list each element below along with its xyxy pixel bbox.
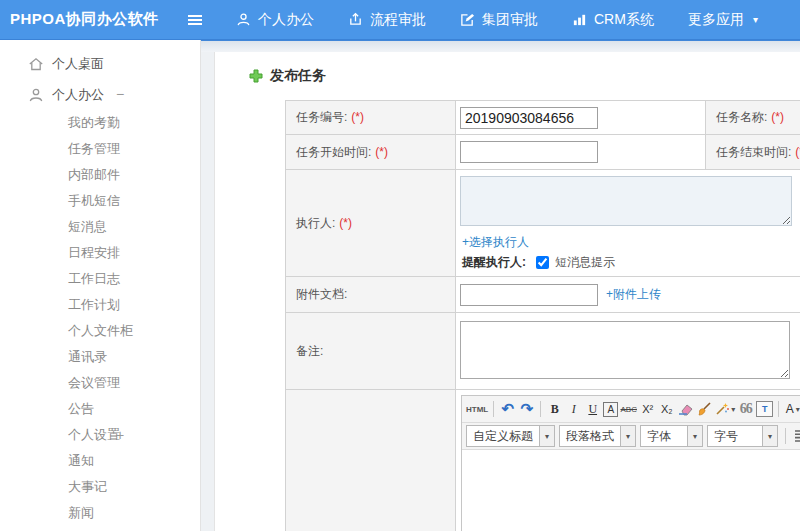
editor-content-area[interactable] [462,450,800,531]
format-brush-button[interactable] [696,399,713,419]
font-family-select[interactable]: 字体 ▾ [640,425,703,447]
task-no-label: 任务编号:(*) [286,101,456,135]
nav-personal-office[interactable]: 个人办公 [236,11,314,29]
sidebar-item-label: 会议管理 [68,375,120,390]
italic-button[interactable]: I [565,399,582,419]
start-time-input[interactable] [460,141,598,163]
sidebar-item-label: 任务管理 [68,141,120,156]
sidebar-item-internal-mail[interactable]: 内部邮件 [0,162,200,188]
sidebar-item-short-message[interactable]: 短消息 [0,214,200,240]
sidebar-item-my-attendance[interactable]: 我的考勤 [0,110,200,136]
nav-crm-system[interactable]: CRM系统 [572,11,654,29]
sidebar-item-label: 个人文件柜 [68,323,133,338]
nav-label: 集团审批 [482,11,538,29]
chevron-down-icon: ▾ [731,405,735,414]
main-area: 发布任务 任务编号:(*) 任务名称:(*) [201,40,800,531]
eraser-button[interactable] [677,399,694,419]
paragraph-format-select[interactable]: 段落格式 ▾ [559,425,636,447]
description-label: 任务描述:(*) [286,390,456,531]
publish-task-form: 任务编号:(*) 任务名称:(*) 任务开始时间:(*) [285,100,800,531]
sidebar-item-label: 新闻 [68,505,94,520]
rich-text-editor: HTML ↶ ↷ B I U A ABC [461,395,800,531]
editor-toolbar-row1: HTML ↶ ↷ B I U A ABC [462,396,800,423]
required-mark: (*) [771,110,784,124]
nav-more-apps[interactable]: 更多应用 ▾ [688,11,758,29]
remind-label: 提醒执行人: [462,254,526,271]
sidebar-item-work-log[interactable]: 工作日志 [0,266,200,292]
sms-remind-checkbox[interactable] [536,256,549,269]
required-mark: (*) [375,145,388,159]
html-source-button[interactable]: HTML [466,399,488,419]
custom-heading-select[interactable]: 自定义标题 ▾ [466,425,555,447]
sidebar-item-schedule[interactable]: 日程安排 [0,240,200,266]
sidebar-item-news[interactable]: 新闻 [0,500,200,526]
page-title: 发布任务 [215,52,800,85]
task-name-label: 任务名称:(*) [706,101,800,135]
sidebar-item-notice[interactable]: 通知 [0,448,200,474]
toolbar-separator [540,401,541,417]
sidebar-item-label: 工作计划 [68,297,120,312]
nav-label: 更多应用 [688,11,744,29]
underline-button[interactable]: U [584,399,601,419]
sidebar-item-announcement[interactable]: 公告 [0,396,200,422]
chevron-down-icon: ▾ [620,426,635,446]
font-style-button[interactable]: A [603,402,618,417]
sidebar-item-memorabilia[interactable]: 大事记 [0,474,200,500]
nav-label: 个人办公 [258,11,314,29]
sidebar-group-personal-office[interactable]: 个人办公 − [0,79,200,110]
superscript-button[interactable]: X² [639,399,656,419]
sms-remind-option: 短消息提示 [555,254,615,271]
sidebar-item-label: 内部邮件 [68,167,120,182]
bar-chart-icon [572,12,587,27]
hamburger-icon [188,19,202,21]
end-time-label: 任务结束时间:(*) [706,135,800,170]
select-value: 自定义标题 [467,426,539,446]
user-icon [236,12,251,27]
sidebar-item-meeting-management[interactable]: 会议管理 [0,370,200,396]
sidebar: 个人桌面 个人办公 − 我的考勤 任务管理 内部邮件 手机短信 短消息 日程安排… [0,40,201,531]
chevron-down-icon: ▾ [762,426,777,446]
font-color-button[interactable]: A ▾ [784,399,800,419]
sidebar-item-label: 短消息 [68,219,107,234]
remark-textarea[interactable] [460,321,790,379]
required-mark: (*) [795,145,800,159]
collapse-icon[interactable]: − [116,79,124,110]
attachment-upload-link[interactable]: +附件上传 [606,286,661,303]
strikethrough-button[interactable]: ABC [620,399,637,419]
sidebar-item-desktop[interactable]: 个人桌面 [0,48,200,79]
quick-format-button[interactable]: ▾ [715,399,735,419]
subscript-button[interactable]: X₂ [658,399,675,419]
sidebar-item-sms[interactable]: 手机短信 [0,188,200,214]
nav-label: CRM系统 [594,11,654,29]
select-value: 字号 [708,426,762,446]
select-executor-link[interactable]: +选择执行人 [462,234,800,251]
nav-group-approval[interactable]: 集团审批 [460,11,538,29]
chevron-down-icon: ▾ [539,426,554,446]
expand-icon[interactable]: + [116,422,124,448]
executor-textarea[interactable] [460,176,792,226]
sidebar-item-task-management[interactable]: 任务管理 [0,136,200,162]
select-value: 字体 [641,426,687,446]
sidebar-item-label: 公告 [68,401,94,416]
task-no-input[interactable] [460,107,598,129]
required-mark: (*) [351,110,364,124]
app-window: PHPOA协同办公软件 个人办公 流程审批 集团审批 CRM系统 更多应用 ▾ [0,0,800,531]
home-icon [28,56,44,72]
add-icon [249,69,263,83]
align-left-button[interactable] [793,426,800,446]
blockquote-button[interactable]: 66 [737,399,754,419]
bold-button[interactable]: B [546,399,563,419]
redo-icon[interactable]: ↷ [518,399,535,419]
sidebar-item-contacts[interactable]: 通讯录 [0,344,200,370]
menu-toggle-button[interactable] [178,0,212,40]
remark-label: 备注: [286,313,456,390]
font-size-select[interactable]: 字号 ▾ [707,425,778,447]
attachment-input[interactable] [460,284,598,306]
sidebar-item-work-plan[interactable]: 工作计划 [0,292,200,318]
paste-as-text-button[interactable]: T [756,401,773,417]
sidebar-item-personal-files[interactable]: 个人文件柜 [0,318,200,344]
sidebar-item-personal-settings[interactable]: 个人设置 + [0,422,200,448]
sidebar-item-label: 通讯录 [68,349,107,364]
nav-workflow-approval[interactable]: 流程审批 [348,11,426,29]
undo-icon[interactable]: ↶ [499,399,516,419]
